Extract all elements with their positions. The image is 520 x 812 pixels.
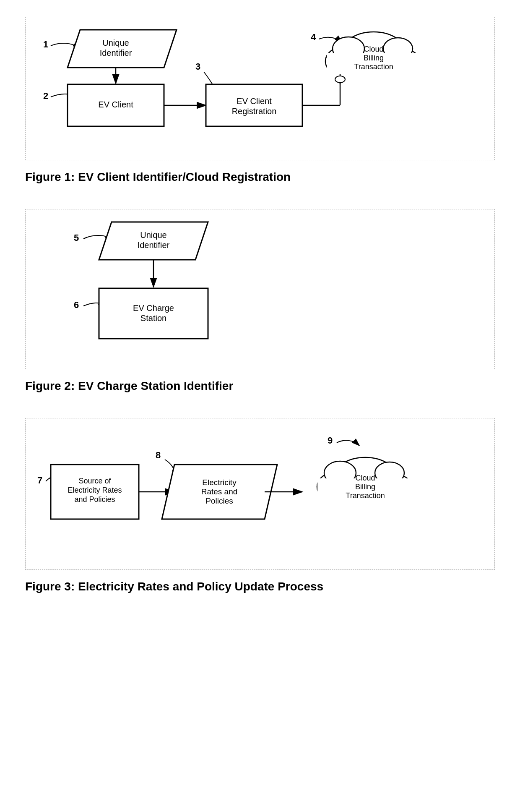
arrow-9 xyxy=(337,440,359,446)
cloud-billing-label-1c: Transaction xyxy=(354,63,393,71)
cloud-billing-label-1b: Billing xyxy=(364,54,384,62)
cloud-billing-1: Cloud Billing Transaction xyxy=(325,32,422,84)
figure-1-diagram: 1 Unique Identifier 2 EV Client 3 EV Cli… xyxy=(25,17,495,160)
figure-3-diagram: 7 Source of Electricity Rates and Polici… xyxy=(25,418,495,570)
label-4: 4 xyxy=(311,32,316,42)
unique-identifier-label-1b: Identifier xyxy=(100,48,132,57)
cloud-billing-label-3c: Transaction xyxy=(346,491,385,500)
label-9: 9 xyxy=(328,435,333,446)
label-1: 1 xyxy=(43,39,48,50)
figure-3-section: 7 Source of Electricity Rates and Polici… xyxy=(25,418,495,593)
figure-2-section: 5 Unique Identifier 6 EV Charge Station … xyxy=(25,209,495,393)
figure-2-diagram: 5 Unique Identifier 6 EV Charge Station xyxy=(25,209,495,369)
ev-charge-station-label-a: EV Charge xyxy=(133,303,174,313)
label-2: 2 xyxy=(43,91,48,101)
svg-point-6 xyxy=(335,76,345,83)
figure-1-caption: Figure 1: EV Client Identifier/Cloud Reg… xyxy=(25,170,495,184)
figure-2-caption: Figure 2: EV Charge Station Identifier xyxy=(25,379,495,393)
electricity-rates-label-b: Rates and xyxy=(201,487,238,496)
label-6: 6 xyxy=(74,300,79,310)
label-7: 7 xyxy=(37,475,42,486)
cloud-billing-label-3a: Cloud xyxy=(355,474,375,482)
label-8: 8 xyxy=(156,450,161,460)
ev-client-reg-label-a: EV Client xyxy=(237,97,272,106)
unique-identifier-label-1: Unique xyxy=(102,38,129,47)
ev-client-label: EV Client xyxy=(98,100,133,109)
source-electricity-label-b: Electricity Rates xyxy=(68,486,122,494)
source-electricity-label-a: Source of xyxy=(78,477,111,485)
electricity-rates-label-a: Electricity xyxy=(202,478,237,487)
cloud-billing-label-3b: Billing xyxy=(355,483,375,491)
unique-identifier-label-2b: Identifier xyxy=(138,240,170,250)
ev-charge-station-label-b: Station xyxy=(140,313,166,323)
cloud-billing-label-1a: Cloud xyxy=(364,45,383,53)
cloud-billing-3: Cloud Billing Transaction xyxy=(317,457,414,508)
unique-identifier-label-2a: Unique xyxy=(140,230,166,240)
label-3: 3 xyxy=(195,61,200,72)
figure-1-section: 1 Unique Identifier 2 EV Client 3 EV Cli… xyxy=(25,17,495,184)
label-5: 5 xyxy=(74,232,79,243)
ev-client-reg-label-b: Registration xyxy=(232,107,277,116)
electricity-rates-label-c: Policies xyxy=(205,496,233,505)
figure-3-caption: Figure 3: Electricity Rates and Policy U… xyxy=(25,580,495,593)
source-electricity-label-c: and Policies xyxy=(74,495,115,504)
